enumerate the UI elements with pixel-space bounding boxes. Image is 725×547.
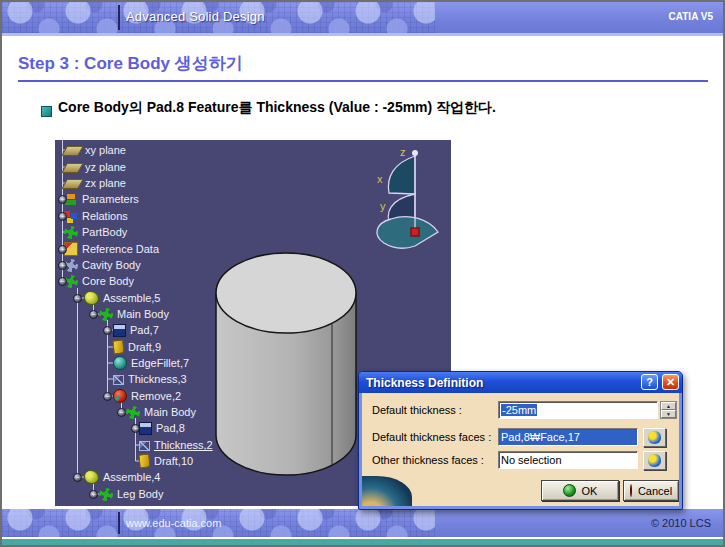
tree-item-cavity-body[interactable]: Cavity Body [64,257,141,273]
cancel-icon [630,484,632,497]
ok-button[interactable]: OK [541,480,619,501]
body-icon [126,406,140,419]
divider [18,80,708,82]
divider [118,5,120,30]
plane-icon [61,146,84,156]
expander-icon[interactable]: + [58,245,67,254]
thickness-definition-dialog: Thickness Definition ? ✕ Default thickne… [358,371,683,510]
tree-item-parameters[interactable]: Parameters [64,191,139,207]
tree-item-thickness-3[interactable]: Thickness,3 [113,371,187,387]
tree-item-relations[interactable]: Relations [64,208,128,224]
footer-banner: www.edu-catia.com © 2010 LCS [2,509,723,537]
divider [118,512,120,534]
default-thickness-label: Default thickness : [372,404,462,416]
default-thickness-faces-label: Default thickness faces : [372,431,491,443]
bullet-text: Core Body의 Pad.8 Feature를 Thickness (Val… [58,99,496,117]
selector-icon [648,431,661,444]
tree-item-yz-plane[interactable]: yz plane [64,159,126,175]
draft-icon [112,339,124,354]
expander-icon[interactable]: − [58,277,67,286]
selector-icon [648,454,661,467]
cancel-button[interactable]: Cancel [623,480,679,501]
assemble-icon [84,291,99,305]
spin-up-icon[interactable]: ▲ [661,402,676,410]
thickness-icon [113,375,124,385]
tree-item-assemble-5[interactable]: Assemble,5 [84,290,160,306]
draft-icon [138,453,150,468]
dialog-title: Thickness Definition [359,376,483,390]
tree-item-partbody[interactable]: PartBody [64,224,127,240]
header-banner: Advanced Solid Design CATIA V5 [2,2,723,33]
thickness-spinner[interactable]: ▲ ▼ [660,401,677,419]
expander-icon[interactable]: − [89,310,98,319]
expander-icon[interactable]: − [117,408,126,417]
brand-label: CATIA V5 [669,11,713,22]
plane-icon [61,163,84,173]
tree-item-edgefillet-7[interactable]: EdgeFillet,7 [113,355,189,371]
face-selector-button[interactable] [643,451,666,470]
tree-item-main-body-2[interactable]: Main Body [126,404,196,420]
bottom-strip [2,539,723,545]
edgefillet-icon [113,356,127,370]
body-icon [99,308,113,321]
body-icon [99,488,113,501]
expander-icon[interactable]: + [89,490,98,499]
help-icon[interactable]: ? [641,374,658,390]
tree-item-main-body[interactable]: Main Body [99,306,169,322]
copyright-label: © 2010 LCS [651,517,711,529]
tree-item-assemble-4[interactable]: Assemble,4 [84,469,160,485]
default-thickness-faces-input[interactable]: Pad,8₩Face,17 [498,428,638,446]
ok-icon [563,484,576,497]
face-selector-button[interactable] [643,428,666,447]
spin-down-icon[interactable]: ▼ [661,410,676,418]
dialog-body: Default thickness : -25mm ▲ ▼ Default th… [362,393,679,506]
tree-item-pad-7[interactable]: Pad,7 [113,322,159,338]
assemble-icon [84,470,99,484]
tree-item-core-body[interactable]: Core Body [64,273,134,289]
tree-item-xy-plane[interactable]: xy plane [64,142,126,158]
tree-item-thickness-2[interactable]: Thickness,2 [139,437,213,453]
tree-item-reference-data[interactable]: Reference Data [64,241,159,257]
plane-icon [61,179,84,189]
website-label: www.edu-catia.com [126,517,221,529]
expander-icon[interactable]: − [103,392,112,401]
tree-item-zx-plane[interactable]: zx plane [64,175,126,191]
globe-decoration [362,476,412,506]
dialog-titlebar[interactable]: Thickness Definition ? ✕ [359,372,682,393]
slide: Advanced Solid Design CATIA V5 Step 3 : … [0,0,725,547]
tree-item-remove-2[interactable]: Remove,2 [113,388,181,404]
page-title: Step 3 : Core Body 생성하기 [18,52,243,75]
close-icon[interactable]: ✕ [662,374,679,390]
bullet-icon [41,106,52,117]
y-axis-label: y [380,200,386,212]
tree-item-leg-body[interactable]: Leg Body [99,486,163,502]
thickness-icon [139,441,150,451]
pad-icon [139,422,152,435]
default-thickness-input[interactable]: -25mm [498,401,658,419]
tree-item-draft-10[interactable]: Draft,10 [139,453,193,469]
tree-item-draft-9[interactable]: Draft,9 [113,339,161,355]
expander-icon[interactable]: + [131,424,140,433]
other-thickness-faces-label: Other thickness faces : [372,454,484,466]
other-thickness-faces-input[interactable]: No selection [498,451,638,469]
expander-icon[interactable]: + [58,195,67,204]
expander-icon[interactable]: − [73,294,82,303]
expander-icon[interactable]: + [103,326,112,335]
z-axis-label: z [400,146,406,158]
partbody-icon [64,226,78,239]
course-title: Advanced Solid Design [126,9,265,24]
divider [2,33,723,36]
x-axis-label: x [377,173,383,185]
expander-icon[interactable]: + [58,261,67,270]
expander-icon[interactable]: + [58,212,67,221]
tree-item-pad-8[interactable]: Pad,8 [139,420,185,436]
expander-icon[interactable]: − [73,473,82,482]
pad-icon [113,324,126,337]
remove-icon [113,389,127,403]
